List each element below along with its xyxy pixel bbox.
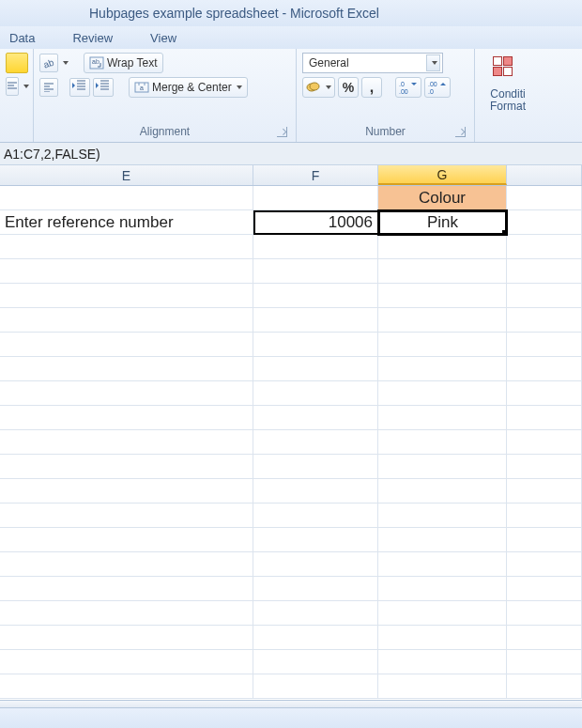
cell[interactable] — [0, 528, 253, 552]
cell[interactable] — [378, 577, 507, 601]
cell[interactable] — [0, 479, 253, 503]
worksheet[interactable]: E F G Colour Enter reference number 1000… — [0, 165, 582, 699]
cell[interactable] — [378, 626, 507, 650]
cell[interactable] — [507, 308, 582, 333]
cell[interactable] — [253, 406, 378, 430]
cell[interactable] — [378, 528, 507, 552]
cell[interactable] — [0, 430, 253, 455]
accounting-format-button[interactable] — [302, 77, 335, 98]
cell[interactable] — [507, 333, 582, 357]
increase-decimal-button[interactable]: .0 .00 — [395, 77, 421, 98]
cell[interactable] — [507, 577, 582, 601]
cell[interactable] — [378, 430, 507, 455]
wrap-text-button[interactable]: ab Wrap Text — [84, 53, 163, 73]
cell[interactable] — [253, 626, 378, 650]
cell[interactable] — [0, 577, 253, 601]
cell[interactable] — [378, 455, 507, 479]
cell[interactable] — [253, 235, 378, 259]
cell-h1[interactable] — [507, 186, 582, 210]
align-left-button[interactable] — [39, 78, 58, 97]
cell[interactable] — [253, 381, 378, 406]
cell[interactable] — [253, 552, 378, 577]
cell[interactable] — [507, 528, 582, 552]
cell[interactable] — [253, 455, 378, 479]
cell[interactable] — [507, 503, 582, 528]
cell[interactable] — [253, 308, 378, 333]
cell[interactable] — [253, 503, 378, 528]
cell[interactable] — [507, 381, 582, 406]
cell[interactable] — [378, 357, 507, 381]
orientation-button[interactable]: ab — [39, 54, 58, 72]
cell[interactable] — [507, 235, 582, 259]
cell[interactable] — [0, 601, 253, 626]
cell[interactable] — [0, 235, 253, 259]
cell[interactable] — [0, 406, 253, 430]
cell[interactable] — [507, 650, 582, 674]
column-header-f[interactable]: F — [253, 165, 378, 185]
cell[interactable] — [378, 308, 507, 333]
conditional-formatting-button[interactable]: Conditi Format — [481, 53, 535, 116]
cell[interactable] — [378, 503, 507, 528]
cell[interactable] — [0, 650, 253, 674]
cell-g1[interactable]: Colour — [378, 186, 507, 210]
cell[interactable] — [253, 650, 378, 674]
cell-g2-selected[interactable]: Pink — [378, 210, 507, 235]
cell[interactable] — [253, 333, 378, 357]
cell[interactable] — [378, 259, 507, 284]
cell[interactable] — [253, 528, 378, 552]
column-header-h[interactable] — [507, 165, 582, 185]
cell[interactable] — [378, 674, 507, 699]
column-header-g[interactable]: G — [378, 165, 507, 185]
menu-view[interactable]: View — [150, 31, 176, 45]
cell[interactable] — [507, 430, 582, 455]
cell[interactable] — [507, 406, 582, 430]
cell[interactable] — [0, 357, 253, 381]
column-header-e[interactable]: E — [0, 165, 253, 185]
cell-f1[interactable] — [253, 186, 378, 210]
cell[interactable] — [378, 235, 507, 259]
cell[interactable] — [507, 601, 582, 626]
cell[interactable] — [0, 674, 253, 699]
cell-e1[interactable] — [0, 186, 253, 210]
cell[interactable] — [253, 430, 378, 455]
cell[interactable] — [507, 552, 582, 577]
cell[interactable] — [507, 674, 582, 699]
sheet-tab-bar[interactable] — [0, 700, 582, 707]
percent-button[interactable]: % — [338, 77, 359, 98]
cell[interactable] — [0, 333, 253, 357]
cell[interactable] — [378, 479, 507, 503]
cell[interactable] — [253, 577, 378, 601]
alignment-dialog-launcher[interactable] — [277, 127, 287, 137]
cell[interactable] — [507, 259, 582, 284]
formula-bar[interactable]: A1:C7,2,FALSE) — [0, 143, 582, 165]
cell[interactable] — [253, 479, 378, 503]
menu-data[interactable]: Data — [9, 31, 35, 45]
cell[interactable] — [0, 308, 253, 333]
decrease-decimal-button[interactable]: .00 .0 — [424, 77, 451, 98]
cell[interactable] — [253, 601, 378, 626]
dropdown-arrow-icon[interactable] — [63, 61, 69, 65]
cell[interactable] — [507, 357, 582, 381]
cell[interactable] — [0, 284, 253, 308]
cell[interactable] — [378, 333, 507, 357]
cell[interactable] — [0, 381, 253, 406]
cell[interactable] — [507, 455, 582, 479]
cell[interactable] — [0, 552, 253, 577]
dropdown-arrow-icon[interactable] — [23, 85, 29, 88]
cell[interactable] — [507, 626, 582, 650]
cell[interactable] — [378, 381, 507, 406]
comma-button[interactable]: , — [361, 77, 382, 98]
cell[interactable] — [0, 626, 253, 650]
cell[interactable] — [253, 284, 378, 308]
cell[interactable] — [0, 455, 253, 479]
cell-f2[interactable]: 10006 — [253, 210, 378, 235]
number-dialog-launcher[interactable] — [455, 127, 466, 137]
decrease-indent-button[interactable] — [69, 78, 90, 97]
cell[interactable] — [507, 284, 582, 308]
cell-e2[interactable]: Enter reference number — [0, 210, 253, 235]
menu-review[interactable]: Review — [72, 31, 113, 45]
cell[interactable] — [253, 674, 378, 699]
merge-center-button[interactable]: a Merge & Center — [129, 77, 248, 98]
cell[interactable] — [0, 503, 253, 528]
cell[interactable] — [378, 284, 507, 308]
